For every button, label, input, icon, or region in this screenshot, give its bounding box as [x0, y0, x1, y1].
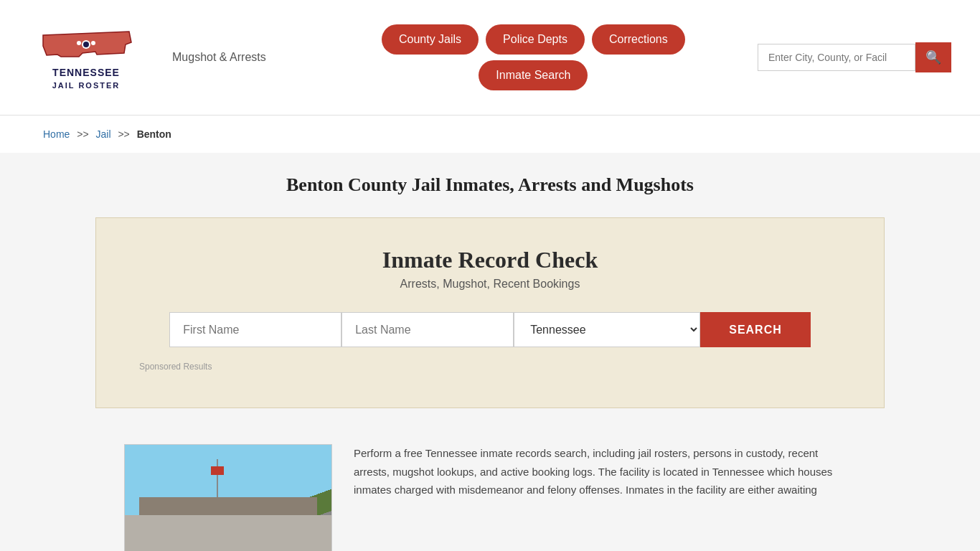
header-search-input[interactable] [758, 44, 915, 71]
sponsored-label: Sponsored Results [139, 362, 841, 372]
flag [211, 466, 224, 475]
breadcrumb-sep1: >> [77, 128, 88, 140]
breadcrumb-bar: Home >> Jail >> Benton [0, 115, 980, 153]
search-submit-button[interactable]: SEARCH [700, 312, 811, 347]
logo-line2: JAIL ROSTER [52, 81, 121, 90]
svg-point-2 [83, 42, 89, 47]
page-title-section: Benton County Jail Inmates, Arrests and … [0, 153, 980, 210]
site-header: TENNESSEE JAIL ROSTER Mugshot & Arrests … [0, 0, 980, 115]
facility-image [124, 444, 332, 551]
header-search-area: 🔍 [758, 42, 951, 72]
first-name-input[interactable] [169, 312, 341, 347]
record-check-subtitle: Arrests, Mugshot, Recent Bookings [139, 278, 841, 291]
description-text: Perform a free Tennessee inmate records … [354, 444, 856, 499]
header-search-button[interactable]: 🔍 [915, 42, 951, 72]
record-check-title: Inmate Record Check [139, 247, 841, 273]
breadcrumb-home-link[interactable]: Home [43, 128, 70, 140]
inmate-search-form: AlabamaAlaskaArizonaArkansasCaliforniaCo… [139, 312, 841, 347]
logo-svg [39, 24, 133, 64]
logo-line1: TENNESSEE [52, 67, 120, 78]
svg-point-4 [91, 41, 95, 45]
nav-row-bottom: Inmate Search [479, 60, 588, 90]
bottom-content: Perform a free Tennessee inmate records … [95, 430, 885, 551]
state-select[interactable]: AlabamaAlaskaArizonaArkansasCaliforniaCo… [514, 312, 700, 347]
logo-area: TENNESSEE JAIL ROSTER [29, 24, 143, 91]
last-name-input[interactable] [341, 312, 514, 347]
breadcrumb-current: Benton [137, 128, 171, 140]
building-body [125, 515, 331, 551]
breadcrumb-jail-link[interactable]: Jail [96, 128, 111, 140]
breadcrumb: Home >> Jail >> Benton [43, 128, 937, 140]
tagline: Mugshot & Arrests [172, 51, 266, 64]
nav-inmate-search-button[interactable]: Inmate Search [479, 60, 588, 90]
nav-county-jails-button[interactable]: County Jails [382, 24, 479, 55]
logo-text: TENNESSEE JAIL ROSTER [52, 67, 121, 91]
svg-point-3 [77, 41, 81, 45]
nav-row-top: County Jails Police Depts Corrections [382, 24, 685, 55]
breadcrumb-sep2: >> [118, 128, 129, 140]
page-title: Benton County Jail Inmates, Arrests and … [14, 174, 966, 196]
record-check-box: Inmate Record Check Arrests, Mugshot, Re… [95, 217, 885, 408]
nav-police-depts-button[interactable]: Police Depts [486, 24, 585, 55]
nav-area: County Jails Police Depts Corrections In… [288, 24, 736, 90]
search-icon: 🔍 [925, 50, 941, 65]
nav-corrections-button[interactable]: Corrections [592, 24, 685, 55]
